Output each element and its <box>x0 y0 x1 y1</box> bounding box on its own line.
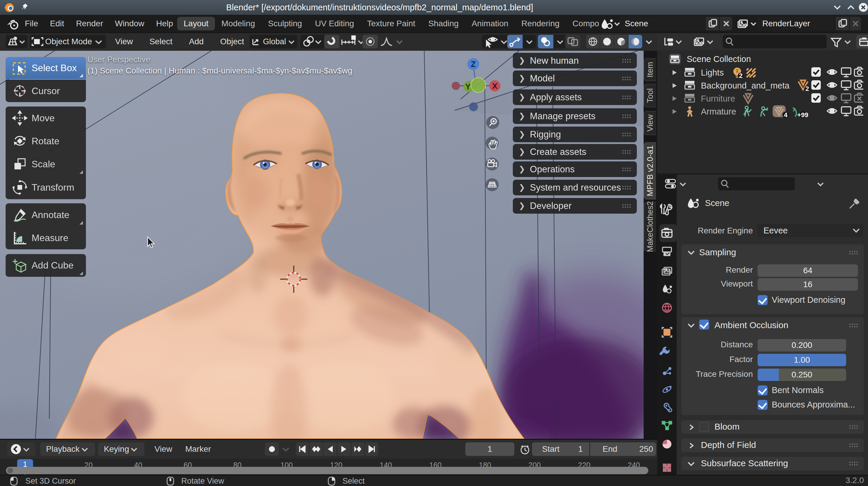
svg-text:4: 4 <box>784 111 788 118</box>
svg-text:Y: Y <box>465 82 471 91</box>
svg-text:Z: Z <box>471 60 476 69</box>
svg-text:2: 2 <box>739 72 743 79</box>
svg-text:+99: +99 <box>798 111 808 118</box>
svg-text:2: 2 <box>805 85 809 92</box>
svg-text:X: X <box>492 82 497 91</box>
